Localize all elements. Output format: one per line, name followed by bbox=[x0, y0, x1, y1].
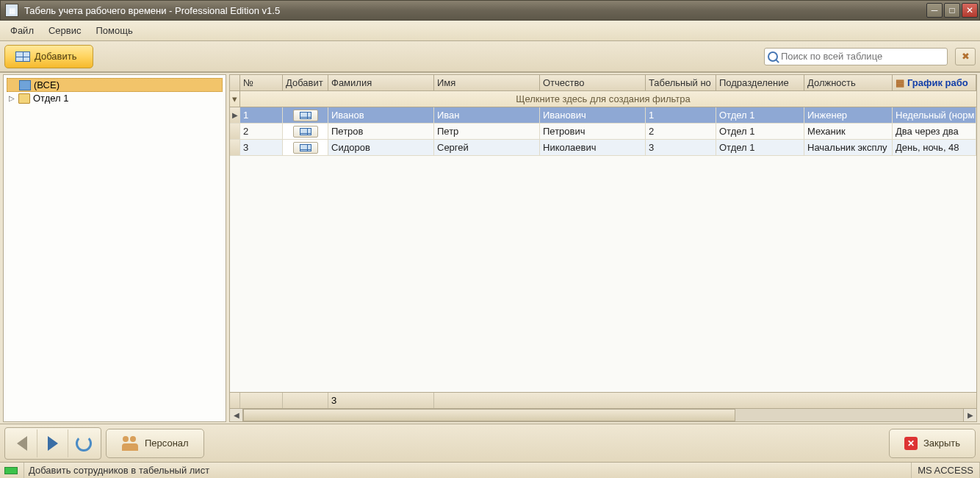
clear-filter-button[interactable]: ✖ bbox=[955, 48, 976, 65]
window-close-button[interactable]: ✕ bbox=[962, 3, 978, 18]
table-icon bbox=[300, 144, 311, 151]
cell-patronymic: Николаевич bbox=[540, 140, 646, 155]
col-position[interactable]: Должность bbox=[804, 75, 893, 90]
cell-schedule: День, ночь, 48 bbox=[893, 140, 976, 155]
app-icon: ▦ bbox=[5, 4, 18, 17]
table-row[interactable]: 2 Петров Петр Петрович 2 Отдел 1 Механик… bbox=[230, 124, 976, 140]
statusbar: Добавить сотрудников в табельный лист MS… bbox=[0, 462, 980, 478]
nav-group bbox=[4, 427, 101, 460]
bottom-bar: Персонал ✕ Закрыть bbox=[0, 424, 980, 462]
tree-item-all[interactable]: (ВСЕ) bbox=[7, 78, 223, 92]
tree-label-dept1: Отдел 1 bbox=[33, 93, 68, 104]
table-add-icon bbox=[15, 51, 30, 62]
status-led-icon bbox=[4, 467, 18, 474]
maximize-button[interactable]: □ bbox=[944, 3, 960, 18]
tree-item-dept1[interactable]: ▷ Отдел 1 bbox=[7, 92, 223, 104]
table-row[interactable]: 3 Сидоров Сергей Николаевич 3 Отдел 1 На… bbox=[230, 140, 976, 156]
table-row[interactable]: ▶ 1 Иванов Иван Иванович 1 Отдел 1 Инжен… bbox=[230, 107, 976, 124]
cell-name: Сергей bbox=[434, 140, 540, 155]
menu-help[interactable]: Помощь bbox=[90, 22, 139, 39]
scroll-track[interactable] bbox=[243, 409, 963, 421]
row-add-button[interactable] bbox=[293, 110, 318, 121]
grid-header: № Добавит Фамилия Имя Отчество Табельный… bbox=[230, 75, 976, 91]
add-button[interactable]: Добавить bbox=[4, 45, 93, 68]
cell-schedule: Недельный (норм bbox=[893, 107, 976, 123]
arrow-left-icon bbox=[17, 436, 27, 451]
search-input[interactable] bbox=[781, 51, 944, 62]
scroll-thumb[interactable] bbox=[243, 409, 735, 421]
arrow-right-icon bbox=[48, 436, 58, 451]
window-title: Табель учета рабочего времени - Professi… bbox=[24, 5, 926, 16]
filter-indicator-icon: ▾ bbox=[230, 91, 240, 107]
menu-file[interactable]: Файл bbox=[4, 22, 40, 39]
col-num[interactable]: № bbox=[240, 75, 283, 90]
col-tabnum[interactable]: Табельный но bbox=[646, 75, 716, 90]
cell-surname: Петров bbox=[328, 124, 434, 139]
cell-dept: Отдел 1 bbox=[716, 107, 804, 123]
cell-tabnum: 2 bbox=[646, 124, 716, 139]
menubar: Файл Сервис Помощь bbox=[0, 21, 980, 41]
tree-pane: (ВСЕ) ▷ Отдел 1 bbox=[3, 74, 226, 422]
cell-dept: Отдел 1 bbox=[716, 140, 804, 155]
col-patronymic[interactable]: Отчество bbox=[540, 75, 646, 90]
refresh-icon bbox=[76, 435, 92, 452]
close-icon: ✕ bbox=[904, 437, 918, 450]
scroll-right-button[interactable]: ▶ bbox=[963, 409, 976, 421]
filter-row[interactable]: ▾ Щелкните здесь для создания фильтра bbox=[230, 91, 976, 107]
col-indicator[interactable] bbox=[230, 75, 240, 90]
cell-name: Петр bbox=[434, 124, 540, 139]
grid-pane: № Добавит Фамилия Имя Отчество Табельный… bbox=[229, 74, 977, 422]
refresh-button[interactable] bbox=[68, 429, 99, 457]
footer-count: 3 bbox=[328, 393, 434, 408]
cell-schedule: Два через два bbox=[893, 124, 976, 139]
cell-num: 2 bbox=[240, 124, 283, 139]
cell-patronymic: Петрович bbox=[540, 124, 646, 139]
cell-tabnum: 3 bbox=[646, 140, 716, 155]
cell-patronymic: Иванович bbox=[540, 107, 646, 123]
row-indicator bbox=[230, 124, 240, 139]
col-dept[interactable]: Подразделение bbox=[716, 75, 804, 90]
col-schedule[interactable]: ▦ График рабо bbox=[893, 75, 976, 90]
col-surname[interactable]: Фамилия bbox=[328, 75, 434, 90]
cell-num: 3 bbox=[240, 140, 283, 155]
cell-position: Начальник эксплу bbox=[804, 140, 893, 155]
cell-dept: Отдел 1 bbox=[716, 124, 804, 139]
schedule-icon: ▦ bbox=[896, 77, 904, 88]
nav-prev-button[interactable] bbox=[7, 429, 37, 457]
tree-expander-dept1[interactable]: ▷ bbox=[8, 94, 15, 102]
personnel-button[interactable]: Персонал bbox=[106, 429, 204, 458]
cell-position: Инженер bbox=[804, 107, 893, 123]
cell-add bbox=[283, 140, 328, 155]
col-add[interactable]: Добавит bbox=[283, 75, 328, 90]
grid-body: ▶ 1 Иванов Иван Иванович 1 Отдел 1 Инжен… bbox=[230, 107, 976, 392]
cell-name: Иван bbox=[434, 107, 540, 123]
col-name[interactable]: Имя bbox=[434, 75, 540, 90]
cell-add bbox=[283, 107, 328, 123]
cell-position: Механик bbox=[804, 124, 893, 139]
table-icon bbox=[300, 112, 311, 119]
filter-hint: Щелкните здесь для создания фильтра bbox=[516, 93, 691, 104]
cell-num: 1 bbox=[240, 107, 283, 123]
nav-next-button[interactable] bbox=[37, 429, 68, 457]
status-hint: Добавить сотрудников в табельный лист bbox=[24, 463, 911, 478]
minimize-button[interactable]: ─ bbox=[926, 3, 943, 18]
grid-footer: 3 bbox=[230, 392, 976, 408]
status-led-segment bbox=[0, 463, 24, 478]
main-content: (ВСЕ) ▷ Отдел 1 № Добавит Фамилия Имя От… bbox=[0, 72, 980, 424]
table-icon bbox=[300, 128, 311, 135]
org-icon bbox=[19, 80, 31, 90]
people-icon bbox=[121, 436, 139, 451]
tree-label-all: (ВСЕ) bbox=[34, 79, 60, 90]
row-add-button[interactable] bbox=[293, 142, 318, 154]
row-indicator bbox=[230, 140, 240, 155]
row-add-button[interactable] bbox=[293, 126, 318, 138]
search-icon bbox=[768, 51, 778, 62]
cell-surname: Сидоров bbox=[328, 140, 434, 155]
search-box[interactable] bbox=[764, 48, 948, 65]
h-scrollbar[interactable]: ◀ ▶ bbox=[230, 408, 976, 421]
close-button[interactable]: ✕ Закрыть bbox=[889, 429, 976, 458]
cell-tabnum: 1 bbox=[646, 107, 716, 123]
menu-service[interactable]: Сервис bbox=[43, 22, 87, 39]
scroll-left-button[interactable]: ◀ bbox=[230, 409, 243, 421]
status-db: MS ACCESS bbox=[911, 463, 980, 478]
